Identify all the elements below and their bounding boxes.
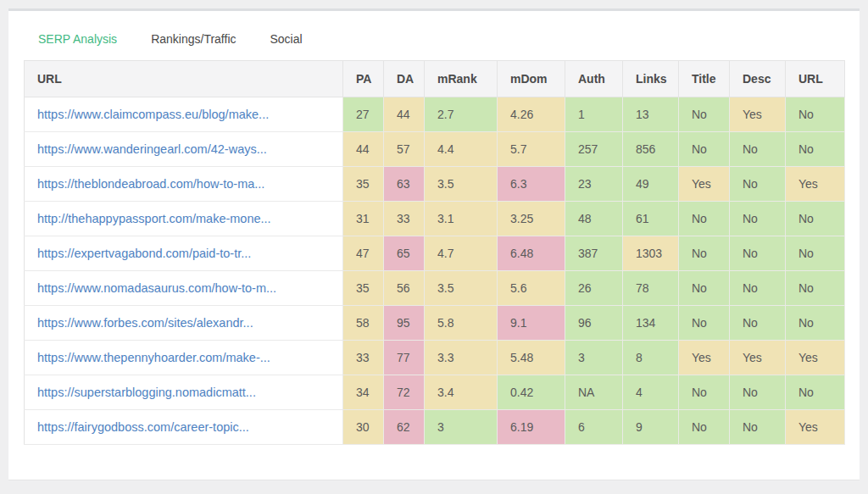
metric-cell-mrank: 3.1: [425, 202, 498, 236]
column-header-mrank: mRank: [425, 61, 498, 97]
metric-cell-mdom: 5.48: [498, 341, 565, 375]
tab-serp-analysis[interactable]: SERP Analysis: [38, 31, 117, 47]
metric-cell-desc: No: [730, 167, 786, 202]
tab-rankings-traffic[interactable]: Rankings/Traffic: [151, 31, 236, 47]
result-url-link[interactable]: https://www.forbes.com/sites/alexandr...: [37, 316, 253, 330]
metric-cell-title: Yes: [679, 341, 730, 375]
metric-cell-mdom: 5.7: [498, 132, 565, 167]
metric-cell-pa: 35: [343, 167, 384, 202]
metric-cell-mdom: 3.25: [498, 202, 565, 236]
metric-cell-auth: NA: [565, 375, 623, 410]
metric-cell-auth: 48: [565, 202, 623, 236]
column-header-pa: PA: [343, 61, 384, 97]
metric-cell-pa: 27: [343, 97, 384, 132]
metric-cell-pa: 47: [343, 236, 384, 271]
metric-cell-mrank: 3.5: [425, 167, 498, 202]
table-row: https://www.wanderingearl.com/42-ways...…: [25, 132, 845, 167]
table-row: http://thehappypassport.com/make-mone...…: [25, 202, 845, 236]
metric-cell-pa: 35: [343, 271, 384, 306]
metric-cell-links: 134: [623, 306, 679, 341]
column-header-desc: Desc: [730, 61, 786, 97]
tab-social[interactable]: Social: [270, 31, 303, 47]
metric-cell-mdom: 6.19: [498, 410, 565, 445]
result-url-link[interactable]: https://www.thepennyhoarder.com/make-...: [37, 351, 270, 364]
table-row: https://expertvagabond.com/paid-to-tr...…: [25, 236, 845, 271]
result-url-link[interactable]: http://thehappypassport.com/make-mone...: [37, 212, 271, 225]
serp-table-wrap: URLPADAmRankmDomAuthLinksTitleDescURL ht…: [24, 60, 844, 445]
metric-cell-url-2: No: [786, 306, 845, 341]
metric-cell-mdom: 9.1: [498, 306, 565, 341]
metric-cell-mdom: 5.6: [498, 271, 565, 306]
metric-cell-mrank: 3.4: [425, 375, 498, 410]
column-header-auth: Auth: [565, 61, 623, 97]
metric-cell-links: 78: [623, 271, 679, 306]
metric-cell-da: 63: [384, 167, 425, 202]
metric-cell-da: 72: [384, 375, 425, 410]
metric-cell-links: 1303: [623, 236, 679, 271]
result-url-link[interactable]: https://www.wanderingearl.com/42-ways...: [37, 142, 267, 156]
table-row: https://www.thepennyhoarder.com/make-...…: [25, 341, 845, 375]
metric-cell-mrank: 2.7: [425, 97, 498, 132]
metric-cell-pa: 34: [343, 375, 384, 410]
metric-cell-da: 33: [384, 202, 425, 236]
metric-cell-desc: Yes: [730, 97, 786, 132]
metric-cell-links: 13: [623, 97, 679, 132]
column-header-mdom: mDom: [498, 61, 565, 97]
table-row: https://theblondeabroad.com/how-to-ma...…: [25, 167, 845, 202]
result-url-link[interactable]: https://theblondeabroad.com/how-to-ma...: [37, 177, 264, 191]
metric-cell-mrank: 3.5: [425, 271, 498, 306]
metric-cell-url-2: No: [786, 132, 845, 167]
metric-cell-mdom: 6.3: [498, 167, 565, 202]
result-url-link[interactable]: https://fairygodboss.com/career-topic...: [37, 420, 249, 434]
column-header-title: Title: [679, 61, 730, 97]
metric-cell-title: No: [679, 306, 730, 341]
metric-cell-mdom: 0.42: [498, 375, 565, 410]
result-url-link[interactable]: https://expertvagabond.com/paid-to-tr...: [37, 247, 251, 260]
metric-cell-da: 62: [384, 410, 425, 445]
result-url-link[interactable]: https://www.claimcompass.eu/blog/make...: [37, 108, 269, 121]
metric-cell-pa: 33: [343, 341, 384, 375]
table-body: https://www.claimcompass.eu/blog/make...…: [25, 97, 845, 445]
metric-cell-links: 61: [623, 202, 679, 236]
column-header-links: Links: [623, 61, 679, 97]
metric-cell-mrank: 3: [425, 410, 498, 445]
metric-cell-auth: 1: [565, 97, 623, 132]
url-cell: https://superstarblogging.nomadicmatt...: [25, 375, 343, 410]
metric-cell-links: 8: [623, 341, 679, 375]
metric-cell-title: No: [679, 132, 730, 167]
metric-cell-auth: 96: [565, 306, 623, 341]
metric-cell-desc: Yes: [730, 341, 786, 375]
metric-cell-title: No: [679, 271, 730, 306]
metric-cell-pa: 30: [343, 410, 384, 445]
metric-cell-mrank: 5.8: [425, 306, 498, 341]
metric-cell-auth: 3: [565, 341, 623, 375]
metric-cell-mdom: 6.48: [498, 236, 565, 271]
url-cell: https://www.claimcompass.eu/blog/make...: [25, 97, 343, 132]
metric-cell-da: 44: [384, 97, 425, 132]
table-header-row: URLPADAmRankmDomAuthLinksTitleDescURL: [25, 61, 845, 97]
metric-cell-mdom: 4.26: [498, 97, 565, 132]
metric-cell-auth: 257: [565, 132, 623, 167]
metric-cell-title: No: [679, 202, 730, 236]
table-row: https://www.forbes.com/sites/alexandr...…: [25, 306, 845, 341]
metric-cell-url-2: No: [786, 236, 845, 271]
metric-cell-url-2: No: [786, 202, 845, 236]
column-header-da: DA: [384, 61, 425, 97]
metric-cell-auth: 23: [565, 167, 623, 202]
metric-cell-links: 49: [623, 167, 679, 202]
metric-cell-url-2: No: [786, 271, 845, 306]
url-cell: https://theblondeabroad.com/how-to-ma...: [25, 167, 343, 202]
metric-cell-da: 95: [384, 306, 425, 341]
serp-table: URLPADAmRankmDomAuthLinksTitleDescURL ht…: [24, 60, 845, 445]
url-cell: https://www.nomadasaurus.com/how-to-m...: [25, 271, 343, 306]
result-url-link[interactable]: https://superstarblogging.nomadicmatt...: [37, 386, 256, 399]
url-cell: https://www.wanderingearl.com/42-ways...: [25, 132, 343, 167]
column-header-url-2: URL: [786, 61, 845, 97]
metric-cell-desc: No: [730, 375, 786, 410]
metric-cell-pa: 58: [343, 306, 384, 341]
result-url-link[interactable]: https://www.nomadasaurus.com/how-to-m...: [37, 281, 276, 295]
metric-cell-links: 9: [623, 410, 679, 445]
url-cell: https://www.thepennyhoarder.com/make-...: [25, 341, 343, 375]
tab-bar: SERP AnalysisRankings/TrafficSocial: [8, 11, 860, 47]
metric-cell-auth: 6: [565, 410, 623, 445]
